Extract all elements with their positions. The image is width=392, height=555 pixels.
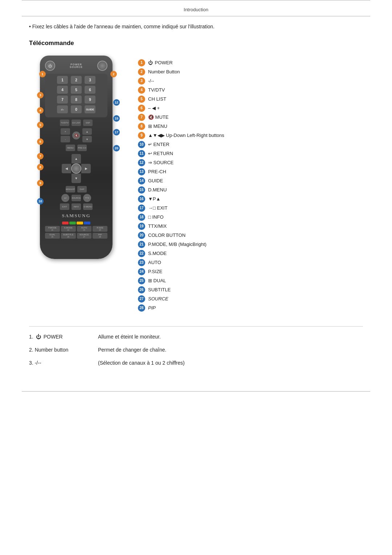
pip-btn[interactable]: PIP28 xyxy=(93,233,107,239)
source-btn2[interactable]: SOURCE xyxy=(72,195,81,201)
psize-btn[interactable]: P.SIZE24 xyxy=(93,226,107,232)
vol-up-btn[interactable]: + xyxy=(61,128,70,135)
desc-item-2: 2. Number button Permet de changer de ch… xyxy=(29,347,363,353)
label-item-23: 23 AUTO xyxy=(138,259,363,266)
source-btn3[interactable]: SOURCE27 xyxy=(77,233,92,239)
mute-btn[interactable]: 🔇 xyxy=(72,131,80,139)
return-btn[interactable]: ↩ xyxy=(61,194,69,202)
page-header: Introduction xyxy=(0,0,392,16)
label-text-16: ▼P▲ xyxy=(148,196,160,202)
num-0[interactable]: 0 xyxy=(71,105,82,113)
label-text-15: D.MENU xyxy=(148,187,167,193)
label-text-8: ⊞ MENU xyxy=(148,123,167,130)
num-dash[interactable]: -/-- xyxy=(57,105,68,113)
power-button[interactable]: ⏻ xyxy=(45,61,55,71)
desc-text-3: (Sélection de canaux à 1 ou 2 chiffres) xyxy=(98,360,185,366)
label-text-24: P.SIZE xyxy=(148,268,163,275)
ch-down-btn[interactable]: ▼ xyxy=(82,136,92,142)
dual-btn[interactable]: DUAL25 xyxy=(45,233,60,239)
badge-8: 8 xyxy=(37,164,44,170)
label-item-20: 20 COLOR BUTTON xyxy=(138,232,363,239)
info-btn[interactable]: INFO xyxy=(72,203,81,210)
desc-text-2: Permet de changer de chaîne. xyxy=(98,347,166,353)
dmenu-btn[interactable]: D.MENU xyxy=(83,203,93,210)
pre-ch-btn[interactable]: PRE-CH xyxy=(77,145,87,151)
label-item-22: 22 S.MODE xyxy=(138,250,363,257)
source-label: SOURCE xyxy=(70,66,83,68)
label-item-14: 14 GUIDE xyxy=(138,177,363,185)
sap-btn[interactable]: SAP xyxy=(83,119,93,126)
dap-btn[interactable]: DAP xyxy=(77,186,87,193)
badge-label-26: 26 xyxy=(138,286,145,293)
dpad-down[interactable]: ▼ xyxy=(72,174,81,183)
remote-body: ⏻ POWER SOURCE 1 2 3 4 xyxy=(40,56,113,259)
desc-text-1: Allume et éteint le moniteur. xyxy=(98,334,161,340)
label-item-15: 15 D.MENU xyxy=(138,186,363,194)
label-item-26: 26 SUBTITLE xyxy=(138,286,363,293)
desc-item-1: 1. ⏻ POWER Allume et éteint le moniteur. xyxy=(29,334,363,340)
auto-btn[interactable]: AUTO23 xyxy=(77,226,92,232)
ch-list-btn[interactable]: CH LIST xyxy=(72,119,81,126)
badge-label-16: 16 xyxy=(138,195,145,203)
badge-label-1: 1 xyxy=(138,59,145,66)
num-7[interactable]: 7 xyxy=(57,96,68,104)
source-button[interactable] xyxy=(97,61,107,71)
color-blue[interactable] xyxy=(84,222,90,224)
pmode-btn[interactable]: P.MODE21 xyxy=(45,226,60,232)
ch-up-btn[interactable]: ▲ xyxy=(82,128,92,135)
num-2[interactable]: 2 xyxy=(71,76,82,84)
label-item-7: 7 🔇 MUTE xyxy=(138,114,363,121)
badge-label-14: 14 xyxy=(138,177,145,185)
label-text-14: GUIDE xyxy=(148,178,163,184)
vol-down-btn[interactable]: - xyxy=(61,136,70,142)
menu-btn[interactable]: MENU xyxy=(66,145,75,151)
label-text-11: ↩ RETURN xyxy=(148,150,173,157)
label-text-25: ⊞ DUAL xyxy=(148,278,166,284)
badge-label-10: 10 xyxy=(138,141,145,148)
label-item-1: 1 ⏻ POWER xyxy=(138,59,363,66)
badge-label-24: 24 xyxy=(138,268,145,275)
label-text-1: ⏻ POWER xyxy=(148,60,173,66)
num-5[interactable]: 5 xyxy=(71,86,82,94)
num-9[interactable]: 9 xyxy=(85,96,95,104)
dpad-left[interactable]: ◀ xyxy=(62,164,71,173)
exit-btn[interactable]: EXIT xyxy=(60,203,69,210)
dpad-right[interactable]: ▶ xyxy=(81,164,91,173)
labels-list: 1 ⏻ POWER 2 Number Button 3 -/-- 4 TV/DT… xyxy=(138,56,363,312)
color-green[interactable] xyxy=(69,222,76,224)
label-item-10: 10 ↵ ENTER xyxy=(138,141,363,148)
badge-3: 3 xyxy=(37,92,44,98)
subtitle-btn[interactable]: SUBTITLE26 xyxy=(61,233,76,239)
badge-10: 10 xyxy=(37,198,44,204)
badge-2: 2 xyxy=(110,71,117,77)
color-red[interactable] xyxy=(62,222,69,224)
remote-image: 1 2 3 4 5 6 7 8 9 12 17 15 10 20 ⏻ POWE xyxy=(29,56,123,259)
label-item-27: 27 SOURCE xyxy=(138,295,363,303)
num-4[interactable]: 4 xyxy=(57,86,68,94)
badge-7: 7 xyxy=(37,153,44,159)
dpad-center[interactable] xyxy=(71,163,81,174)
badge-label-4: 4 xyxy=(138,86,145,94)
badge-label-21: 21 xyxy=(138,241,145,248)
num-6[interactable]: 6 xyxy=(85,86,95,94)
num-3[interactable]: 3 xyxy=(85,76,95,84)
ttx-btn[interactable]: TTX xyxy=(83,194,91,202)
tv-dtv-btn[interactable]: TV/DTV xyxy=(60,119,69,126)
label-text-17: →□ EXIT xyxy=(148,205,167,211)
smode-btn[interactable]: S.MODE22 xyxy=(61,226,76,232)
num-guide[interactable]: GUIDE xyxy=(85,105,95,113)
badge-label-18: 18 xyxy=(138,214,145,221)
num-8[interactable]: 8 xyxy=(71,96,82,104)
menulist-btn[interactable]: MENULIST xyxy=(66,186,75,193)
badge-5: 5 xyxy=(37,122,44,128)
num-1[interactable]: 1 xyxy=(57,76,68,84)
label-text-9: ▲▼◀▶ Up-Down Left-Right buttons xyxy=(148,132,224,139)
badge-9: 9 xyxy=(37,180,44,186)
color-yellow[interactable] xyxy=(77,222,83,224)
label-item-16: 16 ▼P▲ xyxy=(138,195,363,203)
badge-label-25: 25 xyxy=(138,277,145,284)
label-item-8: 8 ⊞ MENU xyxy=(138,123,363,130)
label-item-11: 11 ↩ RETURN xyxy=(138,150,363,157)
badge-label-28: 28 xyxy=(138,304,145,312)
dpad-up[interactable]: ▲ xyxy=(72,154,81,163)
